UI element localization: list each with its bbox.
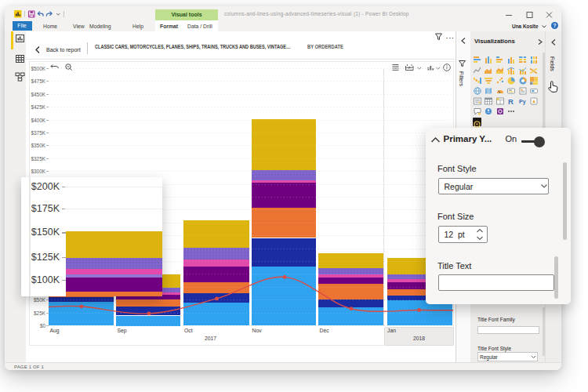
svg-text:Py: Py <box>519 99 526 105</box>
